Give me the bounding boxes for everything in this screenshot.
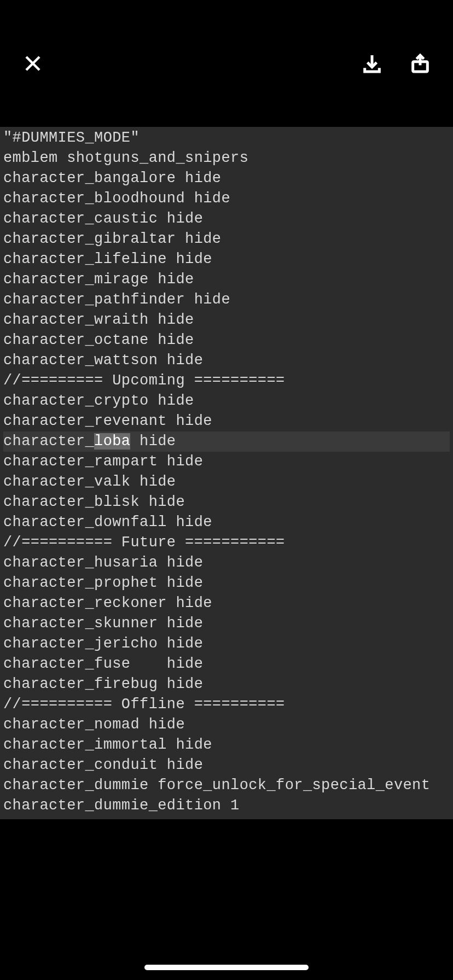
code-line: character_bangalore hide [3,168,450,189]
code-line: character_immortal hide [3,735,450,755]
code-line: character_octane hide [3,330,450,351]
code-line: character_gibraltar hide [3,229,450,249]
code-line: //========== Future =========== [3,533,450,553]
code-line: character_mirage hide [3,270,450,290]
code-content[interactable]: "#DUMMIES_MODE"emblem shotguns_and_snipe… [0,127,453,819]
code-line: character_jericho hide [3,634,450,654]
text-selection: loba [94,433,130,450]
code-line: character_nomad hide [3,715,450,735]
code-line: character_dummie force_unlock_for_specia… [3,775,450,796]
download-button[interactable] [359,50,385,77]
code-line: "#DUMMIES_MODE" [3,128,450,148]
code-line: character_dummie_edition 1 [3,796,450,816]
code-line: character_crypto hide [3,391,450,411]
download-icon [361,52,383,74]
code-line: emblem shotguns_and_snipers [3,148,450,168]
home-indicator[interactable] [144,965,309,970]
code-line: character_bloodhound hide [3,189,450,209]
code-line: character_prophet hide [3,573,450,593]
code-text: character_ [3,433,94,450]
code-line: character_firebug hide [3,674,450,695]
code-text: hide [130,433,176,450]
code-line: character_downfall hide [3,512,450,533]
code-line: character_rampart hide [3,452,450,472]
code-line: character_skunner hide [3,614,450,634]
image-viewer: "#DUMMIES_MODE"emblem shotguns_and_snipe… [0,0,453,980]
code-line: character_caustic hide [3,209,450,229]
code-line: //========== Offline ========== [3,695,450,715]
share-button[interactable] [407,50,433,77]
close-button[interactable] [20,50,46,77]
code-line: character_husaria hide [3,553,450,573]
code-line: character_fuse hide [3,654,450,674]
share-icon [409,52,431,74]
close-icon [23,54,43,73]
code-line: character_loba hide [3,431,450,452]
code-line: character_pathfinder hide [3,290,450,310]
top-toolbar [0,0,453,127]
code-line: character_revenant hide [3,411,450,431]
code-line: character_valk hide [3,472,450,492]
code-line: //========= Upcoming ========== [3,371,450,391]
code-line: character_blisk hide [3,492,450,512]
code-line: character_reckoner hide [3,593,450,614]
code-line: character_conduit hide [3,755,450,775]
code-line: character_wattson hide [3,351,450,371]
code-line: character_wraith hide [3,310,450,330]
code-line: character_lifeline hide [3,249,450,270]
